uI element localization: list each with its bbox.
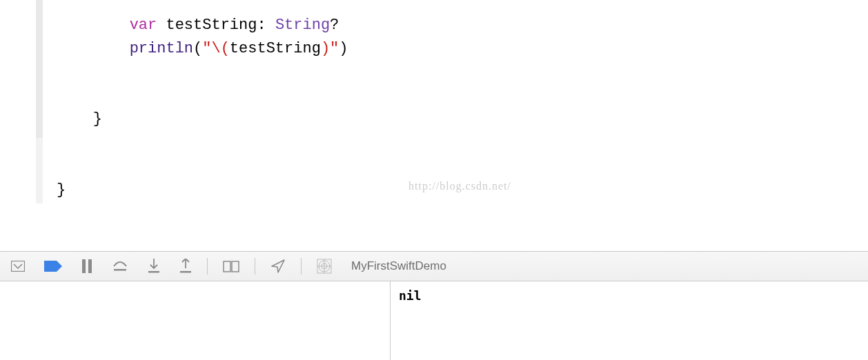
toolbar-separator: [255, 258, 255, 274]
watermark-text: http://blog.csdn.net/: [408, 178, 511, 195]
scheme-icon[interactable]: [317, 252, 332, 281]
code-line: var testString: String?: [57, 14, 868, 37]
console-line: nil: [399, 288, 422, 303]
gutter-shade-light: [36, 138, 43, 203]
breakpoint-toggle-icon[interactable]: [44, 252, 62, 281]
gutter-shade: [36, 0, 43, 138]
svg-rect-8: [224, 261, 230, 272]
pause-icon[interactable]: [81, 252, 92, 281]
variables-view[interactable]: [0, 281, 391, 360]
step-over-icon[interactable]: [112, 252, 128, 281]
code-line: println("\(testString)"): [57, 37, 868, 61]
svg-rect-9: [232, 261, 239, 272]
debug-toolbar: MyFirstSwiftDemo: [0, 251, 868, 281]
code-line: [57, 155, 868, 179]
step-into-icon[interactable]: [148, 252, 160, 281]
svg-rect-7: [180, 271, 191, 273]
editor-gutter: [0, 0, 43, 251]
hide-debug-icon[interactable]: [11, 252, 25, 281]
step-out-icon[interactable]: [179, 252, 192, 281]
code-line: [57, 84, 868, 108]
location-icon[interactable]: [270, 252, 286, 281]
svg-rect-1: [82, 259, 86, 273]
svg-rect-0: [12, 261, 25, 272]
console-output[interactable]: nil: [391, 281, 868, 360]
code-editor[interactable]: var testString: String? println("\(testS…: [0, 0, 868, 251]
code-line: }: [57, 108, 868, 131]
debug-panel: nil: [0, 281, 868, 360]
svg-rect-5: [148, 271, 159, 273]
svg-rect-2: [88, 259, 92, 273]
view-hierarchy-icon[interactable]: [223, 252, 239, 281]
code-line: [57, 131, 868, 154]
toolbar-separator: [207, 258, 208, 274]
code-content[interactable]: var testString: String? println("\(testS…: [43, 0, 868, 251]
code-line: [57, 61, 868, 84]
toolbar-separator: [301, 258, 302, 274]
svg-rect-3: [114, 269, 126, 271]
scheme-label[interactable]: MyFirstSwiftDemo: [351, 259, 446, 273]
